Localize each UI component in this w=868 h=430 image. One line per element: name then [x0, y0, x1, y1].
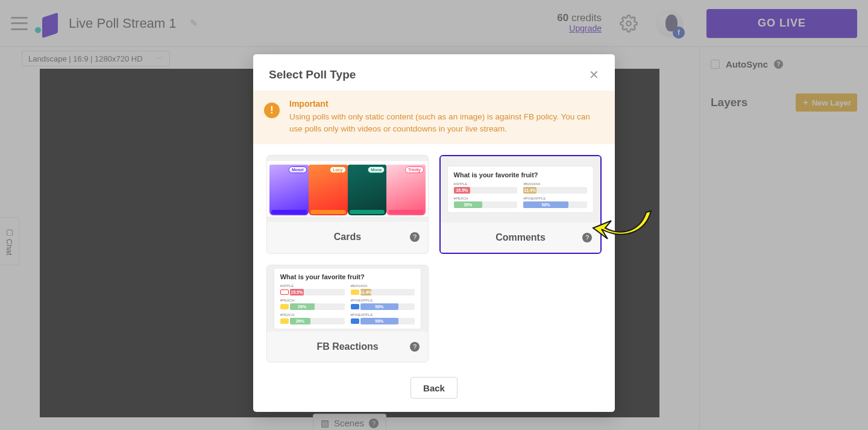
bar-label: #PEACH	[454, 197, 468, 200]
back-button[interactable]: Back	[410, 377, 458, 399]
poll-type-modal: Select Poll Type ✕ ! Important Using pol…	[253, 54, 615, 412]
card-tag: Mosel	[289, 166, 307, 173]
reaction-love-icon	[280, 289, 289, 295]
poll-option-comments[interactable]: What is your favorite fruit? #APPLE15.5%…	[439, 155, 602, 254]
fb-reactions-preview: What is your favorite fruit? #APPLE15.5%…	[274, 268, 422, 329]
bar-value: 50%	[360, 318, 399, 324]
preview-question: What is your favorite fruit?	[280, 273, 415, 280]
bar-value: 15.5%	[454, 187, 471, 194]
bar-label: #PINEAPPLE	[351, 313, 373, 317]
alert-title: Important	[289, 99, 603, 109]
poll-option-label: Comments	[495, 232, 546, 243]
modal-title: Select Poll Type	[269, 68, 356, 81]
help-icon[interactable]: ?	[582, 233, 592, 242]
bar-value: 11.4%	[360, 289, 371, 296]
card-tag: Mona	[368, 166, 385, 173]
bar-label: #APPLE	[454, 182, 468, 186]
poll-option-label: FB Reactions	[316, 341, 378, 352]
bar-value: 29%	[290, 303, 315, 310]
reaction-sad-icon	[280, 318, 289, 324]
bar-value: 11.4%	[523, 187, 536, 194]
reaction-like-icon	[351, 304, 359, 309]
reaction-like-icon	[351, 318, 359, 324]
card-tag: Lucy	[330, 166, 345, 173]
poll-option-fb-reactions[interactable]: What is your favorite fruit? #APPLE15.5%…	[266, 265, 429, 362]
bar-label: #APPLE	[280, 284, 294, 288]
bar-label: #PINEAPPLE	[523, 197, 546, 200]
bar-label: #BANANA	[351, 284, 368, 288]
card-tag: Trinity	[405, 166, 424, 173]
bar-label: #PINEAPPLE	[351, 299, 373, 302]
reaction-wow-icon	[280, 304, 289, 309]
cards-preview: Mosel Lucy Mona Trinity	[267, 161, 428, 217]
bar-label: #BANANA	[523, 182, 540, 186]
comments-preview: What is your favorite fruit? #APPLE15.5%…	[447, 166, 594, 213]
bar-value: 50%	[360, 303, 399, 310]
reaction-haha-icon	[351, 289, 359, 295]
poll-option-label: Cards	[334, 232, 361, 242]
bar-value: 50%	[523, 201, 568, 208]
bar-label: #PEACH	[280, 313, 295, 317]
bar-value: 15.5%	[290, 289, 304, 296]
warning-icon: !	[264, 103, 280, 118]
bar-label: #PEACH	[280, 299, 295, 302]
help-icon[interactable]: ?	[410, 232, 420, 242]
bar-value: 29%	[290, 318, 311, 324]
poll-option-cards[interactable]: Mosel Lucy Mona Trinity Cards?	[266, 155, 429, 254]
policy-alert: ! Important Using polls with only static…	[253, 90, 615, 144]
bar-value: 29%	[454, 201, 483, 208]
close-icon[interactable]: ✕	[589, 68, 599, 82]
preview-question: What is your favorite fruit?	[454, 171, 588, 179]
help-icon[interactable]: ?	[410, 342, 420, 352]
alert-body: Using polls with only static content (su…	[289, 111, 603, 134]
